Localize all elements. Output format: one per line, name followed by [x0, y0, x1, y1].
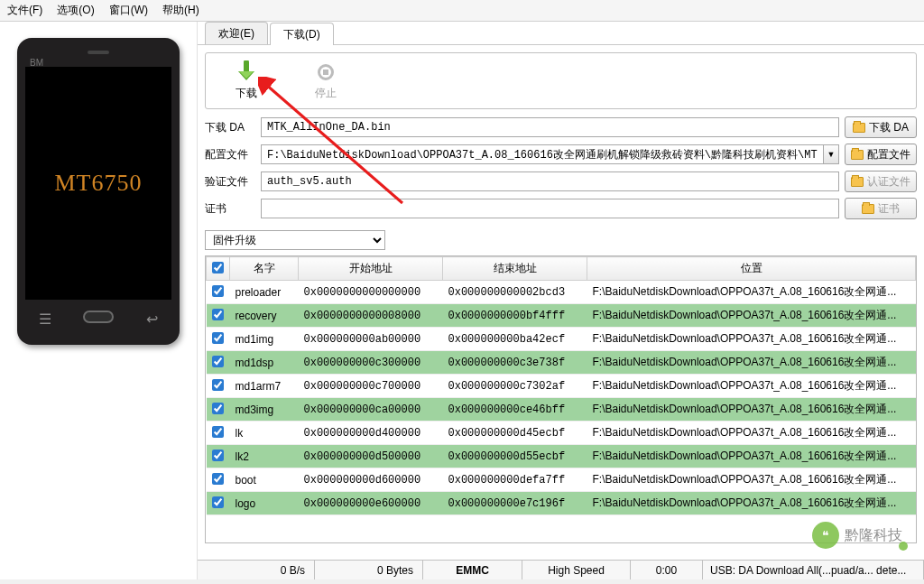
folder-icon: [851, 177, 864, 187]
da-path-input[interactable]: [261, 117, 839, 137]
row-checkbox[interactable]: [212, 332, 224, 344]
menu-help[interactable]: 帮助(H): [162, 3, 199, 18]
col-name[interactable]: 名字: [230, 257, 299, 281]
cell-name: md1arm7: [230, 375, 299, 398]
row-checkbox[interactable]: [212, 426, 224, 438]
cell-name: logo: [230, 492, 299, 515]
row-checkbox[interactable]: [212, 285, 224, 297]
select-all-checkbox[interactable]: [212, 262, 224, 273]
tab-download[interactable]: 下载(D): [270, 23, 334, 45]
tab-welcome[interactable]: 欢迎(E): [205, 22, 268, 44]
table-row[interactable]: md1dsp 0x000000000c300000 0x000000000c3e…: [207, 351, 916, 375]
home-hw-button: [83, 311, 114, 323]
menu-options[interactable]: 选项(O): [57, 3, 94, 18]
cell-start: 0x000000000ca00000: [299, 398, 443, 422]
table-row[interactable]: preloader 0x0000000000000000 0x000000000…: [207, 281, 916, 304]
cell-name: boot: [230, 468, 299, 492]
status-bytes: 0 Bytes: [315, 561, 423, 579]
auth-label: 验证文件: [205, 174, 255, 190]
cell-start: 0x000000000d600000: [299, 468, 443, 492]
cell-start: 0x000000000c300000: [299, 351, 443, 375]
col-end[interactable]: 结束地址: [443, 257, 587, 281]
row-checkbox[interactable]: [212, 403, 224, 414]
cell-end: 0x000000000ce46bff: [443, 398, 587, 422]
status-storage: EMMC: [423, 561, 522, 579]
partition-table: 名字 开始地址 结束地址 位置 preloader 0x000000000000…: [205, 255, 917, 543]
cell-start: 0x0000000000000000: [299, 281, 443, 304]
cell-location: F:\BaiduNetdiskDownload\OPPOA37t_A.08_16…: [587, 281, 916, 304]
cell-end: 0x000000000c7302af: [443, 375, 587, 398]
action-bar: 下载 停止: [205, 52, 917, 109]
browse-cert-button[interactable]: 证书: [845, 198, 917, 219]
folder-icon: [862, 204, 874, 214]
table-row[interactable]: md1arm7 0x000000000c700000 0x000000000c7…: [207, 375, 916, 398]
cell-end: 0x000000000defa7ff: [443, 468, 587, 492]
col-start[interactable]: 开始地址: [299, 257, 443, 281]
cell-location: F:\BaiduNetdiskDownload\OPPOA37t_A.08_16…: [587, 422, 916, 445]
folder-icon: [853, 123, 865, 133]
cell-location: F:\BaiduNetdiskDownload\OPPOA37t_A.08_16…: [587, 375, 916, 398]
cell-end: 0x000000000d55ecbf: [443, 445, 587, 468]
device-preview-pane: BM MT6750 ☰ ↩: [0, 22, 197, 579]
cell-end: 0x000000000ba42ecf: [443, 328, 587, 351]
table-row[interactable]: lk2 0x000000000d500000 0x000000000d55ecb…: [207, 445, 916, 468]
cell-name: recovery: [230, 304, 299, 328]
menu-window[interactable]: 窗口(W): [109, 3, 148, 18]
row-checkbox[interactable]: [212, 450, 224, 461]
scatter-path-input[interactable]: [261, 144, 823, 164]
col-location[interactable]: 位置: [587, 257, 916, 281]
cell-end: 0x000000000e7c196f: [443, 492, 587, 515]
table-row[interactable]: md3img 0x000000000ca00000 0x000000000ce4…: [207, 398, 916, 422]
status-usb: USB: DA Download All(...puad/a... dete..…: [703, 561, 924, 579]
cell-name: preloader: [230, 281, 299, 304]
table-row[interactable]: lk 0x000000000d400000 0x000000000d45ecbf…: [207, 422, 916, 445]
status-rate: 0 B/s: [198, 561, 315, 579]
cell-end: 0x0000000000bf4fff: [443, 304, 587, 328]
cell-name: lk2: [230, 445, 299, 468]
table-row[interactable]: md1img 0x000000000ab00000 0x000000000ba4…: [207, 328, 916, 351]
menubar: 文件(F) 选项(O) 窗口(W) 帮助(H): [0, 0, 924, 22]
status-speed: High Speed: [522, 561, 631, 579]
da-label: 下载 DA: [205, 120, 255, 135]
device-model: MT6750: [55, 170, 143, 197]
stop-button: 停止: [301, 60, 350, 101]
download-arrow-icon: [235, 60, 258, 84]
cell-name: md1dsp: [230, 351, 299, 375]
menu-hw-icon: ☰: [39, 311, 51, 328]
cert-path-input[interactable]: [261, 199, 839, 218]
auth-path-input[interactable]: [261, 171, 839, 191]
row-checkbox[interactable]: [212, 379, 224, 391]
download-button[interactable]: 下载: [222, 60, 271, 101]
back-hw-icon: ↩: [146, 311, 158, 328]
row-checkbox[interactable]: [212, 356, 224, 367]
status-bar: 0 B/s 0 Bytes EMMC High Speed 0:00 USB: …: [198, 560, 924, 579]
browse-da-button[interactable]: 下载 DA: [845, 116, 917, 138]
row-checkbox[interactable]: [212, 473, 224, 485]
scatter-dropdown-icon[interactable]: ▼: [823, 144, 839, 164]
cell-name: lk: [230, 422, 299, 445]
cell-location: F:\BaiduNetdiskDownload\OPPOA37t_A.08_16…: [587, 398, 916, 422]
browse-auth-button[interactable]: 认证文件: [845, 171, 917, 192]
cell-start: 0x000000000d400000: [299, 422, 443, 445]
row-checkbox[interactable]: [212, 496, 224, 508]
table-row[interactable]: recovery 0x0000000000008000 0x0000000000…: [207, 304, 916, 328]
status-time: 0:00: [631, 561, 703, 579]
stop-icon: [314, 60, 337, 84]
row-checkbox[interactable]: [212, 309, 224, 320]
scatter-label: 配置文件: [205, 147, 255, 162]
table-row[interactable]: logo 0x000000000e600000 0x000000000e7c19…: [207, 492, 916, 515]
cell-start: 0x000000000d500000: [299, 445, 443, 468]
cell-start: 0x000000000e600000: [299, 492, 443, 515]
tab-bar: 欢迎(E) 下载(D): [198, 22, 924, 45]
table-row[interactable]: boot 0x000000000d600000 0x000000000defa7…: [207, 468, 916, 492]
cell-end: 0x000000000d45ecbf: [443, 422, 587, 445]
menu-file[interactable]: 文件(F): [7, 3, 42, 18]
cell-end: 0x000000000002bcd3: [443, 281, 587, 304]
cell-name: md1img: [230, 328, 299, 351]
cell-location: F:\BaiduNetdiskDownload\OPPOA37t_A.08_16…: [587, 328, 916, 351]
browse-scatter-button[interactable]: 配置文件: [845, 144, 917, 165]
cell-name: md3img: [230, 398, 299, 422]
folder-icon: [851, 150, 864, 160]
cell-end: 0x000000000c3e738f: [443, 351, 587, 375]
download-mode-select[interactable]: 固件升级: [205, 230, 385, 250]
